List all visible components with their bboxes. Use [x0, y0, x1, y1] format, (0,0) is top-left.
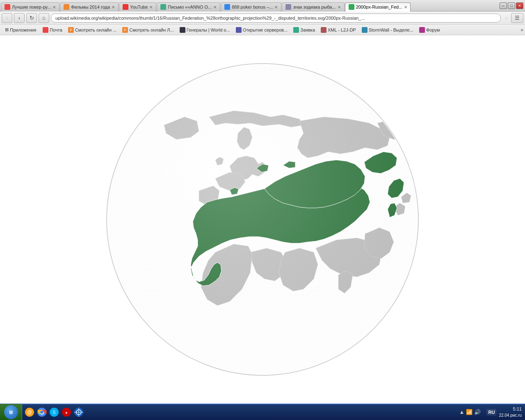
- taskbar-icon-poker[interactable]: ♠: [61, 406, 72, 418]
- bookmarks-bar: ⊞ Приложения Почта F Смотреть онлайн ...…: [0, 25, 525, 35]
- svg-point-2: [107, 64, 418, 374]
- bookmarks-request[interactable]: Заявка: [291, 26, 317, 34]
- main-content: [0, 35, 525, 404]
- window-controls: ─ □ ✕: [500, 2, 525, 9]
- bookmarks-request-label: Заявка: [300, 27, 315, 32]
- clock-date: 22.04.рис.ru: [499, 413, 522, 418]
- start-orb-icon: ⊞: [9, 410, 13, 415]
- taskbar-icon-skype[interactable]: S: [48, 406, 60, 418]
- tab-label-russia: 2000px-Russian_Fed...: [356, 5, 403, 9]
- tab-close-russia[interactable]: ✕: [404, 5, 407, 9]
- bookmarks-watch1-label: Смотреть онлайн ...: [75, 27, 116, 32]
- forward-button[interactable]: ›: [14, 13, 25, 23]
- tab-russia-map[interactable]: 2000px-Russian_Fed... ✕: [345, 2, 411, 11]
- tab-anno[interactable]: Письмо ««ANNO О... ✕: [157, 2, 220, 11]
- home-button[interactable]: ⌂: [39, 13, 49, 23]
- bookmarks-watch2-label: Смотреть онлайн Л...: [129, 27, 174, 32]
- taskbar-items: @ S ♠: [22, 406, 453, 418]
- tab-close-youtube[interactable]: ✕: [149, 5, 153, 9]
- bookmarks-generals-label: Генералы | World о...: [187, 27, 230, 32]
- toolbar: ‹ › ↻ ⌂ upload.wikimedia.org/wikipedia/c…: [0, 11, 525, 25]
- bookmark-star-icon[interactable]: ☆: [504, 15, 509, 21]
- tab-label-poker888: 888 poker bonus –...: [232, 5, 273, 9]
- tab-close-poker888[interactable]: ✕: [274, 5, 278, 9]
- svg-text:♠: ♠: [66, 411, 68, 415]
- close-button[interactable]: ✕: [516, 2, 523, 9]
- globe-svg: [94, 51, 431, 388]
- svg-text:@: @: [27, 409, 32, 415]
- bookmarks-mail[interactable]: Почта: [40, 26, 65, 34]
- tab-favicon-zodiac: [285, 4, 291, 10]
- tab-close-films[interactable]: ✕: [112, 5, 115, 9]
- bookmarks-forum-label: Форум: [426, 27, 440, 32]
- start-orb: ⊞: [4, 405, 18, 419]
- address-bar[interactable]: upload.wikimedia.org/wikipedia/commons/t…: [51, 14, 501, 23]
- bookmarks-xml-label: XML - L2J-DP: [328, 27, 356, 32]
- start-button[interactable]: ⊞: [0, 404, 22, 420]
- minimize-button[interactable]: ─: [500, 2, 507, 9]
- bookmarks-apps[interactable]: ⊞ Приложения: [2, 26, 39, 33]
- bookmarks-stormwall-label: StormWall - Выделе...: [369, 27, 413, 32]
- tab-label-anno: Письмо ««ANNO О...: [168, 5, 212, 9]
- taskbar: ⊞ @ S ♠ ▲ 📶: [0, 404, 525, 420]
- menu-button[interactable]: ☰: [511, 13, 523, 23]
- language-indicator[interactable]: RU: [486, 409, 496, 415]
- tab-favicon-poker888: [224, 4, 230, 10]
- tab-bar: Лучшие покер-ру... ✕ Фильмы 2014 года ✕ …: [0, 0, 500, 11]
- bookmarks-servers-label: Открытие серверов...: [243, 27, 288, 32]
- bookmarks-forum[interactable]: Форум: [417, 26, 442, 34]
- tab-youtube[interactable]: YouTube ✕: [119, 2, 156, 11]
- svg-point-8: [40, 411, 43, 414]
- bookmarks-servers[interactable]: Открытие серверов...: [233, 26, 290, 34]
- clock-time: 5:11: [499, 406, 522, 412]
- svg-text:S: S: [52, 410, 55, 415]
- tray-arrow-icon[interactable]: ▲: [459, 409, 465, 415]
- tray-network-icon[interactable]: 📶: [466, 409, 472, 415]
- tab-favicon-russia: [349, 4, 354, 10]
- taskbar-icon-chrome[interactable]: [36, 406, 48, 418]
- bookmarks-watch1[interactable]: F Смотреть онлайн ...: [66, 26, 119, 34]
- bookmarks-more[interactable]: »: [520, 27, 523, 33]
- tab-zodiac[interactable]: знак зодиака рыба... ✕: [282, 2, 344, 11]
- bookmarks-watch2[interactable]: F Смотреть онлайн Л...: [120, 26, 176, 34]
- tab-favicon-poker: [5, 4, 10, 10]
- tray-volume-icon[interactable]: 🔊: [474, 409, 481, 415]
- tab-favicon-youtube: [123, 4, 128, 10]
- taskbar-right: ▲ 📶 🔊 RU 5:11 22.04.рис.ru: [453, 406, 525, 418]
- tab-label-poker: Лучшие покер-ру...: [12, 5, 51, 9]
- tab-label-films: Фильмы 2014 года: [71, 5, 110, 9]
- sys-tray: ▲ 📶 🔊: [456, 409, 484, 415]
- maximize-button[interactable]: □: [508, 2, 515, 9]
- tab-favicon-anno: [160, 4, 166, 10]
- tab-close-anno[interactable]: ✕: [213, 5, 217, 9]
- bookmarks-generals[interactable]: Генералы | World о...: [177, 26, 233, 34]
- title-bar: Лучшие покер-ру... ✕ Фильмы 2014 года ✕ …: [0, 0, 525, 11]
- taskbar-icon-mail[interactable]: @: [24, 406, 35, 418]
- tab-close-zodiac[interactable]: ✕: [338, 5, 341, 9]
- clock: 5:11 22.04.рис.ru: [499, 406, 522, 418]
- tab-poker[interactable]: Лучшие покер-ру... ✕: [1, 2, 59, 11]
- tab-poker888[interactable]: 888 poker bonus –... ✕: [221, 2, 281, 11]
- tab-favicon-films: [64, 4, 69, 10]
- bookmarks-stormwall[interactable]: StormWall - Выделе...: [359, 26, 416, 34]
- tab-close-poker[interactable]: ✕: [52, 5, 56, 9]
- tab-label-zodiac: знак зодиака рыба...: [293, 5, 336, 9]
- url-text: upload.wikimedia.org/wikipedia/commons/t…: [55, 16, 365, 21]
- back-button[interactable]: ‹: [2, 13, 12, 23]
- tab-films[interactable]: Фильмы 2014 года ✕: [60, 2, 119, 11]
- taskbar-icon-browser[interactable]: [73, 406, 84, 418]
- bookmarks-apps-label: Приложения: [10, 27, 36, 32]
- reload-button[interactable]: ↻: [26, 13, 37, 23]
- bookmarks-mail-label: Почта: [50, 27, 62, 32]
- bookmarks-xml[interactable]: XML - L2J-DP: [318, 26, 358, 34]
- tab-label-youtube: YouTube: [130, 5, 148, 9]
